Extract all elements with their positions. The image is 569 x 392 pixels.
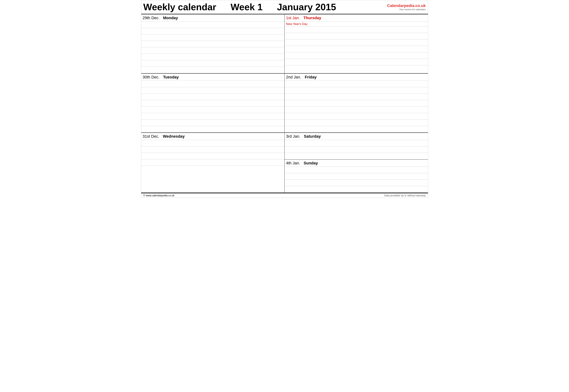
logo-domain: .co.uk bbox=[414, 3, 426, 8]
day-col-friday: 2nd Jan. Friday bbox=[285, 74, 428, 132]
page-title: Weekly calendar bbox=[143, 2, 216, 12]
thursday-date: 1st Jan. bbox=[286, 16, 300, 20]
calendar-body: 29th Dec. Monday 1st Jan. Thursd bbox=[141, 14, 428, 193]
monday-name: Monday bbox=[163, 16, 178, 20]
line-row bbox=[285, 120, 428, 126]
line-row bbox=[141, 107, 285, 113]
line-row bbox=[141, 41, 285, 47]
line-row bbox=[141, 67, 285, 73]
line-row bbox=[285, 94, 428, 100]
line-row bbox=[285, 46, 428, 52]
logo: Calendarpedia.co.uk Your source for cale… bbox=[387, 3, 426, 11]
line-row bbox=[285, 65, 428, 72]
day-header-tuesday: 30th Dec. Tuesday bbox=[141, 74, 285, 81]
line-row bbox=[141, 159, 285, 166]
day-pair-row-2: 30th Dec. Tuesday 2nd Jan. Frida bbox=[141, 74, 428, 133]
thursday-lines bbox=[285, 27, 428, 73]
footer-left: © www.calendarpedia.co.uk bbox=[143, 194, 174, 197]
thursday-name: Thursday bbox=[304, 16, 321, 20]
day-pair-row-1: 29th Dec. Monday 1st Jan. Thursd bbox=[141, 14, 428, 74]
line-row bbox=[141, 166, 285, 172]
saturday-date: 3rd Jan. bbox=[286, 134, 300, 139]
wednesday-date: 31st Dec. bbox=[143, 134, 159, 139]
page-header: Weekly calendar Week 1 January 2015 Cale… bbox=[141, 0, 428, 14]
saturday-name: Saturday bbox=[304, 134, 321, 139]
line-row bbox=[141, 120, 285, 126]
line-row bbox=[285, 167, 428, 173]
line-row bbox=[141, 28, 285, 34]
logo-text: Calendarpedia.co.uk bbox=[387, 3, 426, 8]
sunday-date: 4th Jan. bbox=[286, 161, 300, 166]
tuesday-date: 30th Dec. bbox=[143, 75, 160, 80]
tuesday-name: Tuesday bbox=[163, 75, 179, 80]
line-row bbox=[285, 40, 428, 46]
line-row bbox=[141, 100, 285, 107]
line-row bbox=[285, 107, 428, 113]
line-row bbox=[141, 153, 285, 159]
line-row bbox=[141, 140, 285, 146]
line-row bbox=[285, 100, 428, 107]
line-row bbox=[285, 186, 428, 193]
day-header-monday: 29th Dec. Monday bbox=[141, 14, 285, 22]
monday-lines bbox=[141, 22, 285, 73]
line-row bbox=[141, 60, 285, 67]
line-row bbox=[285, 126, 428, 132]
line-row bbox=[141, 81, 285, 87]
friday-name: Friday bbox=[305, 75, 317, 80]
day-col-tuesday: 30th Dec. Tuesday bbox=[141, 74, 285, 132]
line-row bbox=[285, 27, 428, 33]
line-row bbox=[141, 146, 285, 153]
line-row bbox=[141, 126, 285, 132]
line-row bbox=[141, 94, 285, 100]
footer-right: Data provided 'as is' without warranty bbox=[384, 194, 426, 197]
month-label: January 2015 bbox=[277, 2, 387, 12]
page-footer: © www.calendarpedia.co.uk Data provided … bbox=[141, 193, 428, 198]
line-row bbox=[285, 153, 428, 159]
line-row bbox=[141, 54, 285, 60]
line-row bbox=[285, 140, 428, 146]
thursday-holiday: New Year's Day bbox=[285, 22, 428, 27]
line-row bbox=[285, 113, 428, 120]
day-header-sunday: 4th Jan. Sunday bbox=[285, 160, 428, 167]
line-row bbox=[285, 173, 428, 180]
line-row bbox=[285, 59, 428, 65]
line-row bbox=[141, 34, 285, 41]
day-pair-row-3: 31st Dec. Wednesday 3rd Jan. Satur bbox=[141, 133, 428, 193]
day-header-friday: 2nd Jan. Friday bbox=[285, 74, 428, 81]
day-header-thursday: 1st Jan. Thursday bbox=[285, 14, 428, 22]
sunday-lines bbox=[285, 167, 428, 193]
logo-main: Calendar bbox=[387, 3, 404, 8]
friday-date: 2nd Jan. bbox=[286, 75, 301, 80]
line-row bbox=[285, 52, 428, 59]
friday-lines bbox=[285, 81, 428, 132]
day-header-saturday: 3rd Jan. Saturday bbox=[285, 133, 428, 140]
tuesday-lines bbox=[141, 81, 285, 132]
line-row bbox=[285, 146, 428, 153]
wednesday-lines bbox=[141, 140, 285, 193]
calendar-page: Weekly calendar Week 1 January 2015 Cale… bbox=[141, 0, 428, 198]
day-col-sat-sun: 3rd Jan. Saturday 4th Jan. Sunday bbox=[285, 133, 428, 193]
wednesday-name: Wednesday bbox=[163, 134, 185, 139]
day-header-wednesday: 31st Dec. Wednesday bbox=[141, 133, 285, 140]
line-row bbox=[285, 180, 428, 186]
week-label: Week 1 bbox=[231, 2, 263, 12]
line-row bbox=[285, 33, 428, 40]
line-row bbox=[141, 87, 285, 94]
line-row bbox=[141, 113, 285, 120]
line-row bbox=[285, 81, 428, 87]
logo-accent: pedia bbox=[404, 3, 414, 8]
line-row bbox=[285, 87, 428, 94]
day-col-thursday: 1st Jan. Thursday New Year's Day bbox=[285, 14, 428, 73]
line-row bbox=[141, 22, 285, 28]
sunday-name: Sunday bbox=[304, 161, 318, 166]
saturday-lines bbox=[285, 140, 428, 159]
day-col-monday: 29th Dec. Monday bbox=[141, 14, 285, 73]
line-row bbox=[141, 47, 285, 54]
logo-subtitle: Your source for calendars bbox=[387, 8, 426, 11]
monday-date: 29th Dec. bbox=[143, 16, 160, 20]
day-col-wednesday: 31st Dec. Wednesday bbox=[141, 133, 285, 193]
